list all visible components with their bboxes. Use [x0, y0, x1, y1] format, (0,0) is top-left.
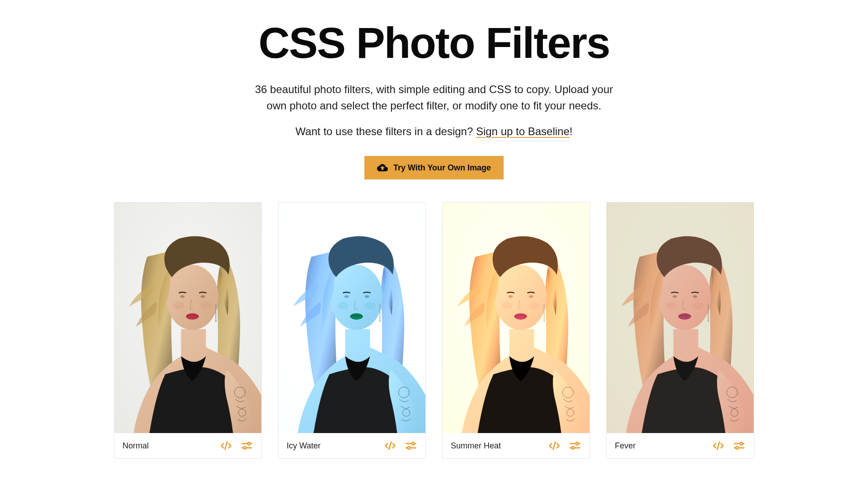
code-icon[interactable]	[384, 439, 396, 452]
svg-point-54	[679, 313, 691, 320]
svg-point-15	[243, 447, 246, 449]
svg-point-14	[248, 442, 250, 445]
filter-actions	[384, 439, 417, 452]
svg-point-31	[407, 447, 410, 449]
svg-point-47	[571, 447, 574, 449]
svg-point-26	[365, 302, 376, 309]
svg-point-58	[693, 302, 704, 309]
svg-point-21	[365, 295, 369, 298]
svg-point-30	[412, 442, 415, 445]
code-icon[interactable]	[220, 439, 232, 452]
svg-point-57	[666, 302, 677, 309]
cta-text: Want to use these filters in a design? S…	[114, 125, 754, 138]
svg-point-52	[673, 295, 677, 298]
code-icon[interactable]	[712, 439, 725, 452]
code-icon[interactable]	[548, 439, 561, 452]
filter-actions	[220, 439, 253, 452]
filter-name: Icy Water	[287, 441, 321, 451]
filter-name: Summer Heat	[451, 441, 501, 451]
sliders-icon[interactable]	[241, 439, 253, 452]
svg-point-41	[502, 302, 513, 309]
svg-line-43	[553, 442, 556, 449]
svg-line-59	[717, 442, 720, 449]
filter-actions	[712, 439, 745, 452]
svg-point-36	[509, 295, 513, 298]
svg-point-63	[736, 447, 738, 449]
svg-point-25	[338, 302, 349, 309]
filter-name: Fever	[615, 441, 636, 451]
filter-preview[interactable]	[278, 203, 425, 433]
filter-footer: Summer Heat	[443, 433, 590, 458]
filter-preview[interactable]	[114, 203, 261, 433]
filter-preview[interactable]	[607, 203, 754, 433]
upload-button-label: Try With Your Own Image	[393, 163, 491, 173]
svg-point-62	[740, 442, 743, 445]
filter-card: Icy Water	[278, 202, 426, 459]
svg-point-6	[186, 313, 199, 320]
filter-footer: Fever	[607, 433, 754, 458]
filter-footer: Icy Water	[278, 433, 425, 458]
svg-line-11	[225, 442, 227, 449]
svg-point-56	[708, 320, 709, 322]
sliders-icon[interactable]	[569, 439, 581, 452]
signup-link[interactable]: Sign up to Baseline	[476, 125, 570, 137]
cta-suffix: !	[570, 125, 573, 137]
filter-footer: Normal	[114, 433, 261, 458]
cta-prefix: Want to use these filters in a design?	[296, 125, 476, 137]
svg-point-9	[174, 302, 184, 309]
svg-point-5	[201, 295, 205, 298]
page-title: CSS Photo Filters	[114, 18, 754, 68]
svg-point-53	[693, 295, 698, 298]
page-header: CSS Photo Filters 36 beautiful photo fil…	[114, 18, 754, 179]
filter-card: Normal	[114, 202, 262, 459]
sliders-icon[interactable]	[405, 439, 417, 452]
svg-point-8	[215, 320, 217, 322]
svg-point-22	[350, 313, 363, 320]
filter-card: Summer Heat	[442, 202, 590, 459]
sliders-icon[interactable]	[733, 439, 745, 452]
upload-button[interactable]: Try With Your Own Image	[364, 156, 504, 179]
svg-point-37	[529, 295, 533, 298]
filter-preview[interactable]	[443, 203, 590, 433]
filter-name: Normal	[123, 441, 149, 451]
svg-point-42	[529, 302, 540, 309]
page-subtitle: 36 beautiful photo filters, with simple …	[253, 81, 615, 114]
filters-grid: Normal	[114, 202, 754, 459]
svg-point-24	[379, 320, 381, 322]
cloud-upload-icon	[377, 162, 388, 173]
svg-point-20	[344, 295, 349, 298]
svg-point-46	[576, 442, 579, 445]
svg-point-4	[180, 295, 185, 298]
svg-point-10	[201, 302, 212, 309]
svg-point-38	[514, 313, 527, 320]
filter-actions	[548, 439, 581, 452]
svg-line-27	[389, 442, 392, 449]
svg-point-40	[543, 320, 545, 322]
filter-card: Fever	[606, 202, 754, 459]
